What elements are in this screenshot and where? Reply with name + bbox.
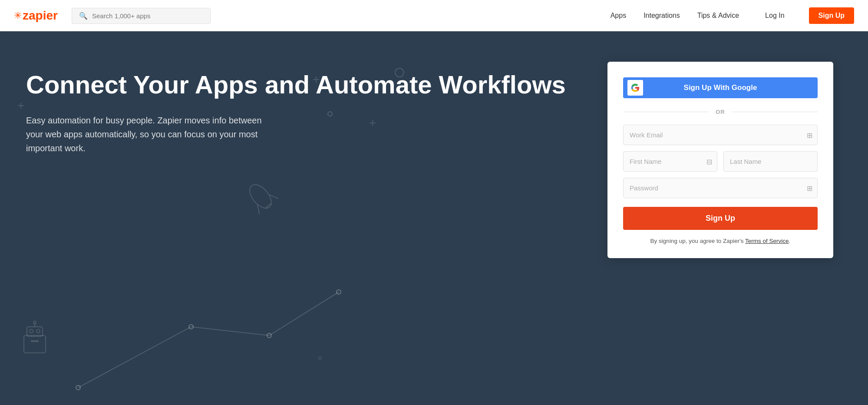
google-signup-label: Sign Up With Google (684, 83, 757, 92)
hero-title: Connect Your Apps and Automate Workflows (26, 70, 607, 100)
hero-left: Connect Your Apps and Automate Workflows… (26, 57, 607, 155)
nav-apps[interactable]: Apps (611, 12, 626, 20)
signup-nav-button[interactable]: Sign Up (809, 7, 854, 24)
hero-section: + + + × Conn (0, 31, 868, 405)
svg-line-9 (269, 192, 278, 202)
divider-line-right (732, 112, 818, 112)
svg-point-18 (36, 329, 40, 333)
search-bar: 🔍 (72, 8, 211, 24)
signup-card: Sign Up With Google OR ⊞ ⊟ (607, 62, 833, 258)
hero-subtitle: Easy automation for busy people. Zapier … (26, 113, 269, 155)
svg-line-10 (266, 203, 271, 208)
svg-point-17 (30, 329, 33, 333)
logo-text: zapier (23, 9, 58, 23)
nav-integrations[interactable]: Integrations (644, 12, 680, 20)
signup-card-button[interactable]: Sign Up (623, 207, 818, 230)
svg-point-11 (76, 385, 80, 390)
first-name-input[interactable] (623, 151, 717, 172)
logo[interactable]: ✳ zapier (14, 9, 58, 23)
password-icon: ⊞ (807, 184, 812, 192)
login-button[interactable]: Log In (765, 12, 784, 20)
svg-rect-19 (31, 341, 38, 342)
svg-line-8 (254, 205, 263, 214)
nav-links: Apps Integrations Tips & Advice Log In S… (611, 7, 854, 24)
terms-prefix: By signing up, you agree to Zapier's (650, 238, 745, 244)
svg-point-21 (33, 321, 36, 324)
password-group: ⊞ (623, 178, 818, 198)
first-name-wrap: ⊟ (623, 151, 717, 172)
password-input[interactable] (623, 178, 818, 198)
terms-text: By signing up, you agree to Zapier's Ter… (623, 238, 818, 244)
svg-point-12 (189, 325, 193, 329)
nav-tips[interactable]: Tips & Advice (697, 12, 739, 20)
terms-suffix: . (789, 238, 791, 244)
svg-point-13 (267, 333, 271, 338)
divider-line-left (623, 112, 709, 112)
navbar: ✳ zapier 🔍 Apps Integrations Tips & Advi… (0, 0, 868, 31)
email-group: ⊞ (623, 125, 818, 145)
google-signup-button[interactable]: Sign Up With Google (623, 77, 818, 98)
email-input[interactable] (623, 125, 818, 145)
first-name-icon: ⊟ (706, 157, 712, 166)
logo-asterisk: ✳ (14, 11, 22, 20)
email-icon: ⊞ (807, 131, 812, 139)
divider-text: OR (709, 109, 732, 115)
divider: OR (623, 109, 818, 115)
last-name-input[interactable] (723, 151, 818, 172)
search-icon: 🔍 (79, 12, 88, 20)
svg-rect-16 (27, 327, 43, 336)
svg-point-14 (337, 290, 341, 294)
email-input-wrap: ⊞ (623, 125, 818, 145)
terms-link[interactable]: Terms of Service (745, 238, 789, 244)
search-input[interactable] (92, 12, 203, 20)
name-row: ⊟ (623, 151, 818, 172)
svg-text:×: × (317, 353, 323, 364)
svg-point-7 (246, 181, 276, 212)
last-name-wrap (723, 151, 818, 172)
svg-text:+: + (17, 99, 24, 112)
password-input-wrap: ⊞ (623, 178, 818, 198)
google-icon (627, 80, 643, 96)
svg-rect-15 (24, 335, 46, 353)
